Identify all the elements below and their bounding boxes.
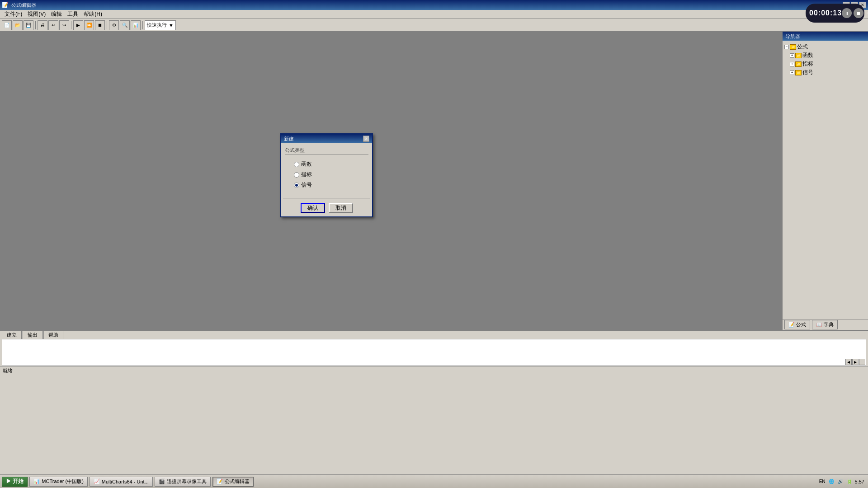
right-panel: 导航器 − 📁 公式 + 📁 函数 + 📁 指标 + (782, 32, 868, 330)
tree-root-label: 公式 (797, 43, 808, 51)
menu-edit[interactable]: 编辑 (48, 9, 65, 19)
dialog: 新建 ✕ 公式类型 函数 指标 信号 确认 取消 (280, 133, 373, 217)
bottom-tabs: 建立 输出 帮助 (0, 331, 868, 339)
radio-function-label: 函数 (301, 160, 312, 168)
start-button[interactable]: ▶ 开始 (2, 477, 28, 487)
radio-indicator[interactable]: 指标 (294, 171, 359, 178)
nav-prev-button[interactable]: ◀ (845, 359, 852, 365)
tree-indicators: + 📁 指标 (784, 60, 866, 68)
format-button[interactable]: ⚙ (109, 20, 119, 30)
taskbar-mctrader-label: MCTrader (中国版) (42, 478, 83, 485)
quick-execute-dropdown[interactable]: 快速执行 ▼ (145, 20, 176, 30)
menu-tools[interactable]: 工具 (65, 9, 81, 19)
undo-button[interactable]: ↩ (48, 20, 58, 30)
right-panel-footer: 📝 公式 📖 字典 (783, 319, 868, 330)
bottom-area: 建立 输出 帮助 ◀ ▶ (0, 330, 868, 366)
status-text: 就绪 (3, 367, 13, 374)
stop-button[interactable]: ⏹ (95, 20, 105, 30)
taskbar-multicharts-label: MultiCharts64 - Unt... (102, 479, 149, 484)
right-panel-header: 导航器 (783, 32, 868, 41)
tree-signals-label[interactable]: 信号 (802, 69, 813, 76)
taskbar-mctrader-icon: 📊 (33, 479, 40, 484)
right-panel-tree: − 📁 公式 + 📁 函数 + 📁 指标 + 📁 信号 (783, 41, 868, 319)
toolbar-sep-2 (71, 21, 71, 29)
recording-stop-button[interactable]: ⏹ (854, 8, 863, 18)
bottom-tab-build[interactable]: 建立 (2, 331, 22, 339)
systray-volume: 🔊 (837, 478, 844, 485)
bottom-tab-help[interactable]: 帮助 (43, 331, 63, 339)
systray-network: 🌐 (828, 478, 835, 485)
tree-functions-expand[interactable]: + (790, 53, 794, 58)
quick-execute-label: 快速执行 (147, 22, 167, 28)
taskbar: ▶ 开始 📊 MCTrader (中国版) 📈 MultiCharts64 - … (0, 474, 868, 488)
radio-signal[interactable]: 信号 (294, 181, 359, 189)
recording-time: 00:00:13 (809, 9, 842, 17)
taskbar-formula-label: 公式编辑器 (225, 478, 250, 485)
save-button[interactable]: 💾 (24, 20, 33, 30)
tree-indicators-label[interactable]: 指标 (802, 60, 813, 68)
tree-root-expand[interactable]: − (784, 45, 789, 49)
taskbar-item-formula-editor[interactable]: 📝 公式编辑器 (212, 477, 254, 487)
taskbar-right: EN 🌐 🔊 🔋 5:57 (819, 478, 866, 485)
debug-button[interactable]: 🔍 (120, 20, 130, 30)
bottom-tab-output[interactable]: 输出 (23, 331, 42, 339)
dialog-title-text: 新建 (284, 136, 294, 142)
dialog-close-button[interactable]: ✕ (363, 136, 369, 142)
radio-indicator-label: 指标 (301, 171, 312, 178)
title-text: 公式编辑器 (11, 2, 36, 9)
radio-indicator-circle (294, 172, 299, 178)
tree-functions-folder-icon: 📁 (795, 53, 802, 58)
new-button[interactable]: 📄 (2, 20, 12, 30)
menu-view[interactable]: 视图(V) (25, 9, 48, 19)
taskbar-item-recorder[interactable]: 🎬 迅捷屏幕录像工具 (155, 477, 211, 487)
taskbar-item-mctrader[interactable]: 📊 MCTrader (中国版) (29, 477, 87, 487)
dialog-title-bar: 新建 ✕ (281, 134, 372, 143)
menu-file[interactable]: 文件(F) (2, 9, 25, 19)
dialog-separator (283, 198, 370, 198)
formula-tab-icon: 📝 (788, 322, 795, 328)
title-bar: 📝 公式编辑器 ─ □ ✕ (0, 0, 868, 10)
tree-root-folder-icon: 📁 (790, 44, 796, 50)
panel-tab-dict[interactable]: 📖 字典 (812, 320, 838, 329)
systray-lang[interactable]: EN (819, 478, 826, 485)
right-panel-title: 导航器 (785, 33, 800, 40)
dict-tab-icon: 📖 (816, 322, 822, 328)
open-button[interactable]: 📂 (13, 20, 23, 30)
toolbar-sep-4 (142, 21, 143, 29)
run-button[interactable]: ⏩ (84, 20, 94, 30)
taskbar-recorder-icon: 🎬 (159, 479, 165, 484)
tree-functions: + 📁 函数 (784, 51, 866, 60)
status-bar: 就绪 (0, 366, 868, 375)
tree-signals: + 📁 信号 (784, 68, 866, 77)
app-icon: 📝 (2, 2, 9, 8)
recording-widget: 00:00:13 ⏸ ⏹ ✏ (806, 4, 864, 23)
taskbar-recorder-label: 迅捷屏幕录像工具 (167, 478, 207, 485)
nav-next-button[interactable]: ▶ (852, 359, 859, 365)
menu-bar: 文件(F) 视图(V) 编辑 工具 帮助(H) (0, 10, 868, 19)
tree-indicators-expand[interactable]: + (790, 62, 794, 66)
tree-functions-label[interactable]: 函数 (802, 52, 813, 59)
dialog-footer: 确认 取消 (281, 201, 372, 216)
taskbar-time: 5:57 (855, 479, 864, 484)
dialog-cancel-button[interactable]: 取消 (329, 203, 353, 213)
taskbar-item-multicharts[interactable]: 📈 MultiCharts64 - Unt... (90, 477, 153, 487)
tree-signals-expand[interactable]: + (790, 70, 794, 75)
dropdown-arrow-icon: ▼ (169, 23, 174, 28)
scroll-thumb[interactable] (859, 359, 865, 365)
radio-function-circle (294, 162, 299, 167)
toolbar: 📄 📂 💾 🖨 ↩ ↪ ▶ ⏩ ⏹ ⚙ 🔍 📊 快速执行 ▼ (0, 19, 868, 32)
radio-function[interactable]: 函数 (294, 160, 359, 168)
chart-button[interactable]: 📊 (131, 20, 141, 30)
radio-signal-circle (294, 183, 299, 188)
compile-button[interactable]: ▶ (73, 20, 83, 30)
tree-indicators-folder-icon: 📁 (795, 61, 802, 67)
recording-edit-button[interactable]: ✏ (865, 8, 868, 18)
bottom-content: ◀ ▶ (2, 339, 866, 366)
recording-pause-button[interactable]: ⏸ (842, 8, 852, 18)
panel-tab-formula[interactable]: 📝 公式 (784, 320, 810, 329)
print-button[interactable]: 🖨 (38, 20, 47, 30)
redo-button[interactable]: ↪ (59, 20, 69, 30)
menu-help[interactable]: 帮助(H) (81, 9, 105, 19)
dialog-options: 函数 指标 信号 (285, 159, 368, 191)
dialog-confirm-button[interactable]: 确认 (301, 203, 325, 213)
